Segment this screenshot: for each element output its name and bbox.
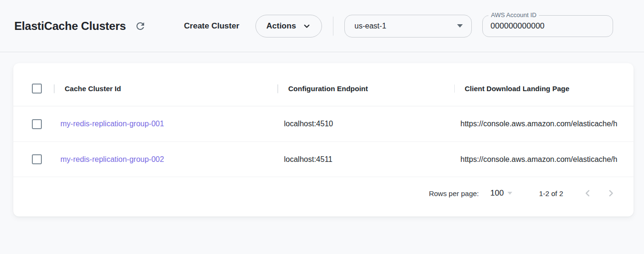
configuration-endpoint-cell: localhost:4510 xyxy=(278,120,454,128)
configuration-endpoint-cell: localhost:4511 xyxy=(278,155,454,164)
rows-per-page-value: 100 xyxy=(490,188,504,198)
account-id-label: AWS Account ID xyxy=(488,11,539,19)
page-range-label: 1-2 of 2 xyxy=(539,189,563,198)
page-title: ElastiCache Clusters xyxy=(14,19,126,33)
cache-cluster-id-cell: my-redis-replication-group-002 xyxy=(54,155,278,164)
select-all-checkbox[interactable] xyxy=(32,84,42,94)
table-footer: Rows per page: 100 1-2 of 2 xyxy=(13,177,634,216)
region-select[interactable]: us-east-1 xyxy=(344,15,472,38)
cluster-id-link[interactable]: my-redis-replication-group-001 xyxy=(60,120,164,128)
refresh-button[interactable] xyxy=(134,19,147,33)
create-cluster-button[interactable]: Create Cluster xyxy=(184,21,239,31)
rows-per-page-select[interactable]: 100 xyxy=(490,188,512,198)
table-row: my-redis-replication-group-002 localhost… xyxy=(13,142,634,177)
next-page-button[interactable] xyxy=(605,188,616,199)
header-checkbox-cell xyxy=(13,84,54,94)
column-separator xyxy=(454,85,455,93)
account-id-field: AWS Account ID xyxy=(482,15,613,37)
prev-page-button[interactable] xyxy=(582,188,594,199)
actions-button-label: Actions xyxy=(266,21,296,31)
topbar: ElastiCache Clusters Create Cluster Acti… xyxy=(0,0,644,52)
row-checkbox[interactable] xyxy=(32,119,42,129)
dropdown-arrow-icon xyxy=(457,24,463,28)
column-header-label: Cache Cluster Id xyxy=(65,85,121,93)
column-header-label: Configuration Endpoint xyxy=(288,85,368,93)
table-header-row: Cache Cluster Id Configuration Endpoint … xyxy=(13,71,634,106)
column-separator xyxy=(277,84,278,93)
chevron-down-icon xyxy=(302,22,311,30)
landing-page-cell: https://console.aws.amazon.com/elasticac… xyxy=(454,155,634,164)
row-checkbox-cell xyxy=(13,154,54,164)
chevron-right-icon xyxy=(606,188,615,198)
landing-page-cell: https://console.aws.amazon.com/elasticac… xyxy=(454,120,634,128)
select-arrow-icon xyxy=(507,192,512,195)
account-id-input[interactable] xyxy=(483,21,613,31)
refresh-icon xyxy=(135,20,146,32)
column-header-cache-cluster-id[interactable]: Cache Cluster Id xyxy=(54,85,278,93)
actions-button[interactable]: Actions xyxy=(255,15,322,38)
row-checkbox[interactable] xyxy=(32,154,42,164)
column-header-client-download-landing-page[interactable]: Client Download Landing Page xyxy=(454,85,634,93)
column-separator xyxy=(54,84,55,93)
cluster-id-link[interactable]: my-redis-replication-group-002 xyxy=(60,155,164,163)
column-header-configuration-endpoint[interactable]: Configuration Endpoint xyxy=(278,85,454,93)
clusters-card: Cache Cluster Id Configuration Endpoint … xyxy=(13,63,634,216)
row-checkbox-cell xyxy=(13,119,54,129)
elasticache-clusters-page: ElastiCache Clusters Create Cluster Acti… xyxy=(0,0,644,254)
topbar-divider xyxy=(333,17,333,36)
table-row: my-redis-replication-group-001 localhost… xyxy=(13,106,634,142)
rows-per-page-label: Rows per page: xyxy=(429,189,479,198)
region-select-value: us-east-1 xyxy=(354,22,386,30)
column-header-label: Client Download Landing Page xyxy=(465,85,569,93)
chevron-left-icon xyxy=(583,188,593,198)
cache-cluster-id-cell: my-redis-replication-group-001 xyxy=(54,120,278,128)
